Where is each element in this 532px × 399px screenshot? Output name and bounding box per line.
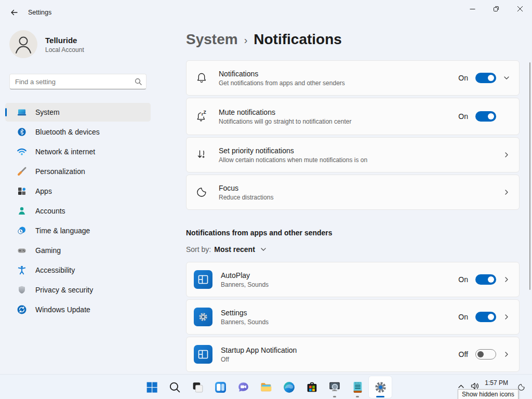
sidebar-item-system[interactable]: System: [5, 103, 151, 122]
toggle-state-label: On: [458, 74, 468, 82]
sidebar-item-label: Gaming: [35, 246, 61, 255]
card-subtitle: Reduce distractions: [219, 194, 273, 201]
sidebar-item-label: Time & language: [35, 227, 90, 235]
restore-button[interactable]: [484, 0, 508, 18]
app-title: Settings: [28, 9, 51, 16]
app-name: Settings: [221, 309, 269, 317]
moon-icon: [194, 186, 209, 198]
breadcrumb: System › Notifications: [186, 31, 520, 48]
sidebar-item-windows-update[interactable]: Windows Update: [5, 300, 151, 319]
system-icon: [17, 107, 27, 117]
chevron-right-icon: [503, 351, 510, 357]
vertical-scrollbar[interactable]: [529, 62, 530, 290]
wifi-icon: [17, 147, 27, 157]
search-input[interactable]: [9, 74, 147, 89]
taskbar-edge-button[interactable]: [277, 376, 300, 398]
breadcrumb-system[interactable]: System: [186, 31, 238, 48]
taskbar-search-host-button[interactable]: [323, 376, 346, 398]
accounts-person-icon: [17, 206, 27, 216]
bell-snooze-icon: z Z: [194, 110, 209, 123]
sort-by-dropdown[interactable]: Sort by: Most recent: [186, 245, 520, 254]
taskbar-task-view-button[interactable]: [186, 376, 209, 398]
sidebar-item-label: Privacy & security: [35, 286, 93, 294]
notifications-toggle[interactable]: [475, 73, 496, 83]
taskbar-notepad-button[interactable]: [346, 376, 369, 398]
sidebar-nav: System Bluetooth & devices Network & int…: [0, 103, 156, 319]
sidebar-item-accounts[interactable]: Accounts: [5, 202, 151, 220]
chevron-down-icon[interactable]: [503, 75, 510, 81]
back-button[interactable]: [6, 5, 22, 20]
app-card-settings[interactable]: Settings Banners, Sounds On: [186, 299, 520, 335]
app-card-autoplay[interactable]: AutoPlay Banners, Sounds On: [186, 262, 520, 297]
sidebar-item-label: Bluetooth & devices: [35, 128, 100, 136]
app-subtitle: Banners, Sounds: [221, 281, 269, 288]
apps-grid-icon: [17, 186, 27, 196]
close-button[interactable]: [508, 0, 532, 18]
show-hidden-icons-tooltip: Show hidden icons: [458, 389, 518, 399]
autoplay-toggle[interactable]: [475, 274, 496, 285]
gear-icon: [374, 380, 388, 394]
chat-icon: [237, 381, 250, 394]
search-icon: [168, 381, 181, 394]
account-header: Telluride Local Account: [9, 30, 156, 58]
card-set-priority-notifications[interactable]: Set priority notifications Allow certain…: [186, 137, 520, 172]
taskbar-settings-button[interactable]: [369, 376, 392, 398]
card-title: Mute notifications: [219, 108, 351, 116]
back-arrow-icon: [10, 8, 18, 17]
app-card-startup-app-notification[interactable]: Startup App Notification Off Off: [186, 337, 520, 372]
taskbar-file-explorer-button[interactable]: [255, 376, 277, 398]
person-icon: [9, 30, 37, 58]
task-view-icon: [191, 381, 204, 394]
clock[interactable]: 1:57 PM: [485, 379, 508, 387]
monitor-search-icon: [328, 380, 341, 394]
sidebar-item-accessibility[interactable]: Accessibility: [5, 261, 151, 280]
sort-by-value: Most recent: [214, 245, 255, 254]
app-name: AutoPlay: [221, 271, 269, 280]
sidebar: Telluride Local Account System: [0, 25, 156, 374]
taskbar-store-button[interactable]: [300, 376, 323, 398]
mute-notifications-toggle[interactable]: [475, 111, 496, 122]
bluetooth-icon: [17, 127, 27, 137]
card-mute-notifications[interactable]: z Z Mute notifications Notifications wil…: [186, 98, 520, 135]
taskbar-start-button[interactable]: [140, 376, 163, 398]
chevron-down-icon: [260, 246, 267, 252]
minimize-button[interactable]: [460, 0, 484, 18]
settings-app-toggle[interactable]: [475, 312, 496, 322]
bell-icon: [194, 72, 209, 84]
sidebar-item-label: Accounts: [35, 207, 65, 215]
show-hidden-icons-button[interactable]: [458, 384, 464, 389]
autoplay-app-icon: [194, 270, 212, 289]
chevron-right-icon: [503, 314, 510, 320]
card-focus[interactable]: Focus Reduce distractions: [186, 175, 520, 210]
chevron-right-icon: [503, 152, 510, 158]
taskbar-search-button[interactable]: [163, 376, 186, 398]
search-icon[interactable]: [135, 78, 142, 85]
sidebar-item-time-language[interactable]: Time & language: [5, 221, 151, 240]
sidebar-item-network-internet[interactable]: Network & internet: [5, 142, 151, 161]
app-name: Startup App Notification: [221, 346, 297, 354]
search-box: [9, 74, 147, 89]
chevron-up-icon: [458, 384, 464, 389]
toggle-state-label: On: [458, 275, 468, 284]
sidebar-item-apps[interactable]: Apps: [5, 182, 151, 201]
toggle-state-label: On: [458, 112, 468, 121]
taskbar-widgets-button[interactable]: [209, 376, 232, 398]
chevron-right-icon: [503, 189, 510, 195]
card-title: Notifications: [219, 70, 345, 78]
sidebar-item-gaming[interactable]: Gaming: [5, 241, 151, 260]
sidebar-item-bluetooth-devices[interactable]: Bluetooth & devices: [5, 123, 151, 141]
accessibility-person-icon: [17, 265, 27, 275]
edge-icon: [283, 381, 296, 394]
sidebar-item-label: Accessibility: [35, 266, 75, 274]
sidebar-item-personalization[interactable]: Personalization: [5, 162, 151, 181]
card-subtitle: Get notifications from apps and other se…: [219, 79, 345, 87]
card-notifications[interactable]: Notifications Get notifications from app…: [186, 60, 520, 96]
svg-text:Z: Z: [204, 110, 206, 115]
settings-app-icon: [194, 308, 212, 326]
taskbar-chat-button[interactable]: [232, 376, 255, 398]
notepad-icon: [351, 381, 364, 394]
page-title: Notifications: [254, 31, 342, 48]
windows-start-icon: [145, 381, 158, 394]
sidebar-item-privacy-security[interactable]: Privacy & security: [5, 281, 151, 299]
startup-app-notification-toggle[interactable]: [475, 349, 496, 360]
